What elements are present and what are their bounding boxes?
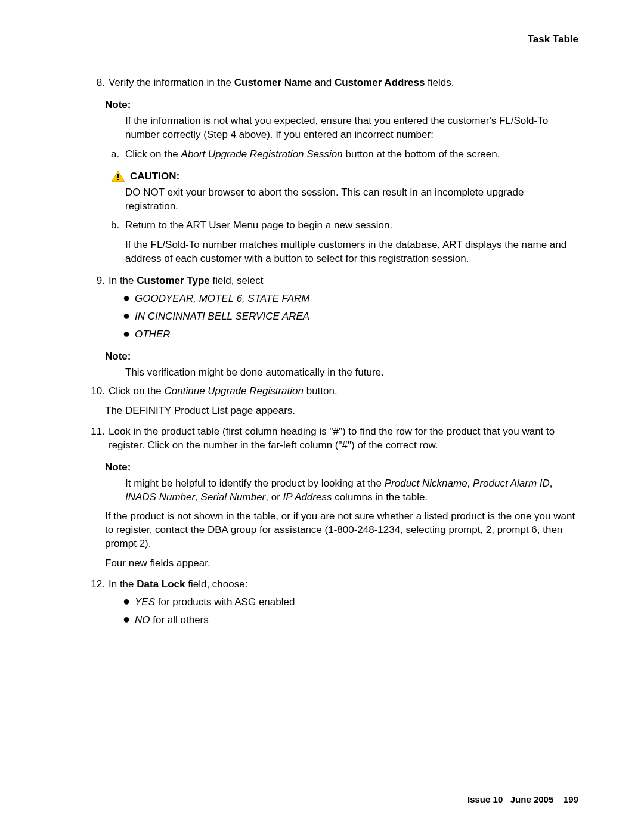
text: , or: [265, 491, 283, 503]
list-item: ● OTHER: [123, 327, 578, 342]
list-item: ● IN CINCINNATI BELL SERVICE AREA: [123, 309, 578, 324]
column-name: Serial Number: [201, 491, 266, 503]
note-label: Note:: [105, 461, 578, 475]
note-label: Note:: [105, 350, 578, 364]
step-number: 9.: [66, 274, 109, 288]
option-value: NO: [135, 614, 150, 625]
page-header: Task Table: [66, 33, 578, 47]
step-9: 9. In the Customer Type field, select: [66, 274, 578, 288]
text: fields.: [425, 77, 454, 88]
step-text: In the Customer Type field, select: [109, 274, 578, 288]
text: and: [312, 77, 335, 88]
field-name: Customer Type: [137, 275, 210, 286]
substep-b: b. Return to the ART User Menu page to b…: [111, 219, 578, 233]
button-name: Abort Upgrade Registration Session: [181, 148, 343, 160]
column-name: INADS Number: [125, 491, 195, 503]
bullet-text: NO for all others: [135, 614, 209, 627]
note-body: It might be helpful to identify the prod…: [125, 477, 578, 504]
substep-text: Click on the Abort Upgrade Registration …: [125, 148, 500, 162]
list-item: ● NO for all others: [123, 613, 578, 627]
step-number: 10.: [66, 385, 109, 398]
button-name: Continue Upgrade Registration: [165, 385, 304, 397]
column-name: Product Nickname: [385, 478, 467, 489]
field-name: Customer Name: [234, 77, 312, 88]
substep-letter: b.: [111, 219, 125, 233]
text: for products with ASG enabled: [155, 596, 295, 608]
bullet-icon: ●: [123, 292, 135, 304]
column-name: IP Address: [283, 491, 332, 503]
text: Click on the: [125, 148, 181, 160]
text: ,: [467, 478, 473, 489]
step-number: 8.: [66, 76, 109, 90]
list-item: ● YES for products with ASG enabled: [123, 595, 578, 609]
bullet-text: YES for products with ASG enabled: [135, 596, 295, 609]
column-name: Product Alarm ID: [473, 478, 550, 489]
text: ,: [195, 491, 200, 503]
bullet-icon: ●: [123, 595, 135, 607]
step-8: 8. Verify the information in the Custome…: [66, 76, 578, 90]
followup-paragraph: If the product is not shown in the table…: [105, 510, 578, 551]
text: Click on the: [109, 385, 165, 397]
substep-a: a. Click on the Abort Upgrade Registrati…: [111, 148, 578, 162]
text: field, select: [210, 275, 264, 286]
substep-letter: a.: [111, 148, 125, 162]
caution-label: CAUTION:: [130, 170, 179, 184]
step-text: Click on the Continue Upgrade Registrati…: [109, 385, 578, 398]
substep-text: Return to the ART User Menu page to begi…: [125, 219, 392, 233]
footer-page: 199: [564, 794, 578, 804]
list-item: ● GOODYEAR, MOTEL 6, STATE FARM: [123, 292, 578, 306]
followup-paragraph: If the FL/Sold-To number matches multipl…: [125, 239, 578, 266]
option-value: YES: [135, 596, 155, 608]
svg-rect-1: [117, 174, 119, 178]
text: Verify the information in the: [109, 77, 234, 88]
bullet-text: IN CINCINNATI BELL SERVICE AREA: [135, 310, 309, 324]
warning-icon: [111, 171, 125, 182]
step-number: 12.: [66, 578, 109, 592]
note-body: If the information is not what you expec…: [125, 114, 578, 142]
note-label: Note:: [105, 98, 578, 112]
page-container: Task Table 8. Verify the information in …: [0, 0, 644, 833]
text: button.: [304, 385, 338, 397]
text: columns in the table.: [332, 491, 428, 503]
bullet-icon: ●: [123, 613, 135, 625]
caution-body: DO NOT exit your browser to abort the se…: [125, 186, 578, 213]
page-footer: Issue 10 June 2005 199: [467, 794, 578, 806]
text: for all others: [150, 614, 209, 625]
caution-heading: CAUTION:: [111, 170, 578, 184]
step-number: 11.: [66, 425, 109, 453]
footer-date: June 2005: [510, 794, 554, 804]
step-12: 12. In the Data Lock field, choose:: [66, 578, 578, 592]
step-11: 11. Look in the product table (first col…: [66, 425, 578, 453]
text: In the: [109, 578, 137, 590]
footer-issue: Issue 10: [467, 794, 503, 804]
step-10: 10. Click on the Continue Upgrade Regist…: [66, 385, 578, 398]
bullet-text: OTHER: [135, 328, 171, 342]
bullet-icon: ●: [123, 327, 135, 339]
text: It might be helpful to identify the prod…: [125, 478, 385, 489]
text: button at the bottom of the screen.: [343, 148, 500, 160]
bullet-text: GOODYEAR, MOTEL 6, STATE FARM: [135, 292, 309, 306]
note-body: This verification might be done automati…: [125, 366, 578, 380]
bullet-icon: ●: [123, 309, 135, 321]
field-name: Customer Address: [335, 77, 425, 88]
followup-paragraph: The DEFINITY Product List page appears.: [105, 404, 578, 418]
step-text: In the Data Lock field, choose:: [109, 578, 578, 592]
text: In the: [109, 275, 137, 286]
step-text: Verify the information in the Customer N…: [109, 76, 578, 90]
step-text: Look in the product table (first column …: [109, 425, 578, 453]
field-name: Data Lock: [137, 578, 185, 590]
text: ,: [550, 478, 553, 489]
text: field, choose:: [185, 578, 248, 590]
svg-rect-2: [117, 179, 119, 180]
followup-paragraph: Four new fields appear.: [105, 557, 578, 571]
